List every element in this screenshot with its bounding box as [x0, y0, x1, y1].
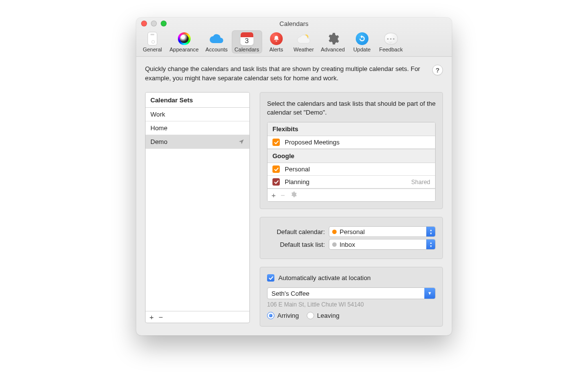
calendar-checkbox[interactable] [272, 178, 280, 186]
tab-label: Update [353, 47, 370, 52]
calendar-row[interactable]: PlanningShared [268, 176, 435, 189]
tab-general[interactable]: General [139, 30, 166, 53]
auto-activate-label: Automatically activate at location [278, 274, 371, 282]
calendar-set-row[interactable]: Home [146, 121, 249, 135]
calendar-icon: 3 [240, 32, 254, 46]
radio-arriving[interactable]: Arriving [267, 312, 299, 319]
calendar-set-row[interactable]: Work [146, 108, 249, 121]
titlebar: Calendars GeneralAppearanceAccounts3Cale… [136, 18, 452, 57]
intro-text: Quickly change the calendars and task li… [145, 65, 426, 83]
calendar-name: Planning [285, 178, 406, 186]
help-button[interactable]: ? [432, 65, 443, 75]
refresh-icon [356, 32, 368, 45]
add-set-button[interactable]: + [149, 313, 154, 321]
default-calendar-label: Default calendar: [267, 228, 329, 236]
location-arrow-icon [238, 139, 245, 145]
tasklist-color-dot [332, 242, 337, 247]
default-tasklist-select[interactable]: Inbox ▲▼ [329, 239, 436, 250]
gear-icon [326, 32, 340, 46]
radio-leaving-label: Leaving [317, 312, 340, 319]
default-calendar-value: Personal [340, 228, 426, 236]
radio-leaving[interactable]: Leaving [307, 312, 340, 319]
location-combobox[interactable]: Seth's Coffee ▼ [267, 287, 436, 299]
chevron-down-icon: ▼ [424, 288, 435, 299]
location-value: Seth's Coffee [271, 290, 424, 297]
calendar-row[interactable]: Personal [268, 163, 435, 176]
location-trigger-radios: Arriving Leaving [267, 312, 436, 319]
calendar-name: Personal [285, 165, 430, 173]
color-wheel-icon [178, 32, 191, 45]
calendar-color-dot [332, 230, 337, 234]
auto-activate-row[interactable]: Automatically activate at location [267, 274, 436, 282]
radio-arriving-label: Arriving [277, 312, 299, 319]
tab-label: Appearance [170, 47, 198, 52]
add-calendar-button[interactable]: + [271, 191, 276, 199]
close-window[interactable] [141, 21, 147, 26]
toolbar: GeneralAppearanceAccounts3CalendarsAlert… [136, 30, 452, 56]
tab-feedback[interactable]: Feedback [376, 30, 406, 53]
zoom-window[interactable] [161, 21, 167, 26]
calendar-set-name: Demo [150, 138, 168, 145]
weather-icon [296, 33, 311, 45]
tab-update[interactable]: Update [349, 30, 375, 53]
minimize-window[interactable] [151, 21, 157, 26]
set-membership-group: Select the calendars and task lists that… [260, 92, 443, 209]
calendar-sets-header: Calendar Sets [146, 93, 249, 108]
traffic-lights [141, 21, 167, 26]
calendar-row[interactable]: Proposed Meetings [268, 136, 435, 149]
tab-label: Feedback [379, 47, 403, 52]
tab-label: Weather [294, 47, 314, 52]
speech-bubble-icon [384, 33, 398, 45]
remove-set-button[interactable]: − [159, 313, 163, 321]
tab-alerts[interactable]: Alerts [263, 30, 290, 53]
calendar-checkbox[interactable] [272, 165, 280, 173]
tab-label: Alerts [270, 47, 283, 52]
titlebar-top: Calendars [136, 18, 452, 30]
radio-dot-icon [267, 312, 274, 319]
location-group: Automatically activate at location Seth'… [260, 267, 443, 327]
preferences-window: Calendars GeneralAppearanceAccounts3Cale… [136, 18, 452, 335]
device-icon [147, 32, 157, 46]
calendar-set-name: Work [150, 111, 165, 118]
tab-weather[interactable]: Weather [291, 30, 317, 53]
calendar-table-footer: +− [268, 189, 435, 201]
calendar-set-row[interactable]: Demo [146, 135, 249, 149]
remove-calendar-button[interactable]: − [281, 191, 285, 199]
calendar-checkbox[interactable] [272, 139, 280, 146]
default-tasklist-value: Inbox [340, 241, 426, 248]
default-calendar-select[interactable]: Personal ▲▼ [329, 226, 436, 237]
tab-calendars[interactable]: 3Calendars [232, 30, 262, 53]
set-membership-desc: Select the calendars and task lists that… [267, 99, 436, 117]
calendar-tag: Shared [411, 179, 430, 186]
cloud-icon [209, 33, 224, 44]
calendar-sets-footer: + − [146, 311, 249, 323]
stepper-icon: ▲▼ [426, 239, 435, 249]
calendar-settings-button[interactable] [290, 191, 297, 199]
calendar-section-header: Google [268, 149, 435, 163]
auto-activate-checkbox[interactable] [267, 274, 274, 282]
bell-icon [270, 32, 283, 45]
radio-dot-icon [307, 312, 314, 319]
calendar-sets-rows[interactable]: WorkHomeDemo [146, 108, 249, 311]
calendar-sets-list: Calendar Sets WorkHomeDemo + − [145, 92, 250, 323]
tab-accounts[interactable]: Accounts [202, 30, 230, 53]
calendar-section-header: Flexibits [268, 122, 435, 136]
tab-advanced[interactable]: Advanced [318, 30, 348, 53]
tab-appearance[interactable]: Appearance [167, 30, 201, 53]
window-title: Calendars [136, 18, 452, 30]
tab-label: Calendars [235, 47, 259, 52]
defaults-group: Default calendar: Personal ▲▼ Default ta… [260, 217, 443, 259]
calendar-name: Proposed Meetings [285, 139, 430, 146]
tab-label: Accounts [205, 47, 227, 52]
default-tasklist-label: Default task list: [267, 241, 329, 248]
calendar-table: FlexibitsProposed MeetingsGooglePersonal… [267, 122, 436, 202]
content: Quickly change the calendars and task li… [136, 57, 452, 335]
tab-label: Advanced [321, 47, 345, 52]
tab-label: General [143, 47, 162, 52]
stepper-icon: ▲▼ [426, 227, 435, 236]
calendar-set-name: Home [150, 124, 168, 132]
location-address: 106 E Main St, Little Chute WI 54140 [267, 301, 436, 308]
